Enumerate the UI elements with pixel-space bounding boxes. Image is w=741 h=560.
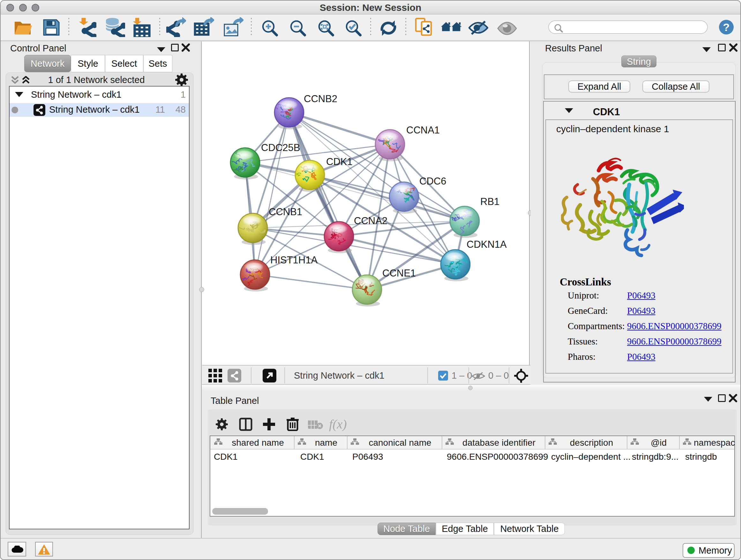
svg-text:CDC25B: CDC25B xyxy=(261,142,300,153)
svg-text:CCNA1: CCNA1 xyxy=(406,125,440,136)
svg-text:RB1: RB1 xyxy=(480,196,499,207)
svg-text:CCNE1: CCNE1 xyxy=(382,267,416,279)
svg-text:CDK1: CDK1 xyxy=(326,156,353,167)
svg-text:CCNB2: CCNB2 xyxy=(304,93,337,105)
svg-text:CDKN1A: CDKN1A xyxy=(467,239,507,250)
svg-text:HIST1H1A: HIST1H1A xyxy=(270,254,318,266)
svg-text:CDC6: CDC6 xyxy=(419,176,446,187)
svg-text:CCNB1: CCNB1 xyxy=(269,206,302,217)
svg-text:CCNA2: CCNA2 xyxy=(354,215,387,226)
